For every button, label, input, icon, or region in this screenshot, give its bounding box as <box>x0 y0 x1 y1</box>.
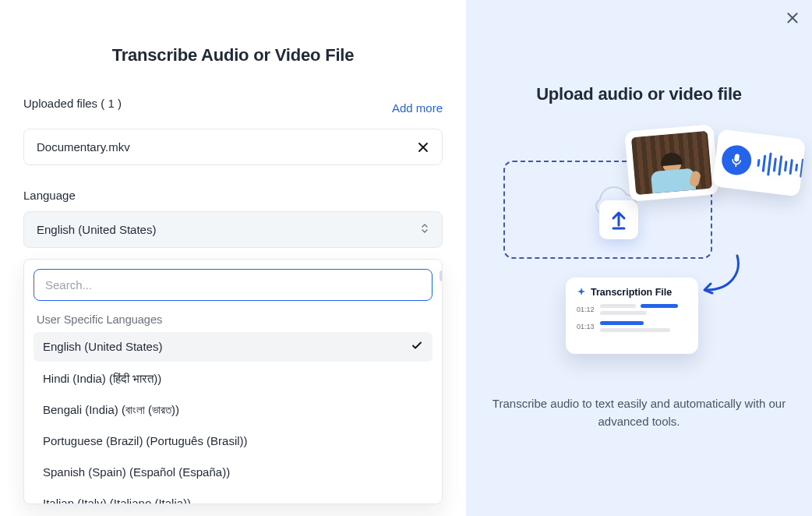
waveform-icon <box>756 151 806 181</box>
scrollbar-thumb[interactable] <box>440 270 443 281</box>
transcription-file-card: Transcription File 01:12 01:13 <box>566 277 698 354</box>
language-search-input[interactable] <box>34 269 432 301</box>
language-option[interactable]: Italian (Italy) (Italiano (Italia)) <box>34 489 432 504</box>
side-panel-title: Upload audio or video file <box>482 84 796 104</box>
language-option-label: English (United States) <box>43 340 162 354</box>
uploaded-file-row: Documentary.mkv <box>23 129 443 165</box>
language-dropdown: User Specific Languages English (United … <box>23 259 443 504</box>
transcribe-form-panel: Transcribe Audio or Video File Uploaded … <box>0 0 466 516</box>
info-side-panel: Upload audio or video file <box>466 0 812 516</box>
check-icon <box>411 339 423 355</box>
language-option[interactable]: Spanish (Spain) (Español (España)) <box>34 458 432 486</box>
language-option[interactable]: Portuguese (Brazil) (Português (Brasil)) <box>34 427 432 455</box>
language-option-label: Hindi (India) (हिंदी भारत)) <box>43 372 161 386</box>
language-group-label: User Specific Languages <box>37 313 429 326</box>
arrow-down-curve-icon <box>698 253 742 298</box>
language-label: Language <box>23 189 443 202</box>
transcription-card-title: Transcription File <box>591 287 672 298</box>
upload-icon-card <box>599 200 638 239</box>
video-thumbnail-card <box>624 124 718 202</box>
uploaded-file-name: Documentary.mkv <box>37 140 130 154</box>
language-option-label: Italian (Italy) (Italiano (Italia)) <box>43 497 191 504</box>
language-option[interactable]: English (United States) <box>34 332 432 362</box>
sparkle-icon <box>577 288 586 297</box>
add-more-link[interactable]: Add more <box>392 101 443 115</box>
language-option[interactable]: Bengali (India) (বাংলা (ভারত)) <box>34 396 432 424</box>
language-select[interactable]: English (United States) <box>23 211 443 248</box>
remove-file-button[interactable] <box>417 141 429 154</box>
hero-illustration: Transcription File 01:12 01:13 <box>482 126 796 376</box>
language-options-list: English (United States) Hindi (India) (ह… <box>34 332 432 504</box>
timestamp-label: 01:13 <box>577 323 594 330</box>
svg-rect-0 <box>734 154 740 162</box>
close-panel-button[interactable] <box>786 11 800 28</box>
upload-arrow-icon <box>609 210 628 230</box>
side-panel-description: Transcribe audio to text easily and auto… <box>491 394 787 431</box>
language-option[interactable]: Hindi (India) (हिंदी भारत)) <box>34 365 432 393</box>
language-option-label: Bengali (India) (বাংলা (ভারত)) <box>43 403 179 417</box>
microphone-icon <box>720 143 753 176</box>
language-select-value: English (United States) <box>37 223 156 236</box>
close-icon <box>417 141 429 154</box>
page-title: Transcribe Audio or Video File <box>23 45 443 65</box>
uploaded-files-header: Uploaded files ( 1 ) Add more <box>23 97 443 119</box>
language-option-label: Spanish (Spain) (Español (España)) <box>43 465 230 479</box>
timestamp-label: 01:12 <box>577 306 594 313</box>
uploaded-files-label: Uploaded files ( 1 ) <box>23 97 122 110</box>
select-chevron-icon <box>420 222 429 237</box>
close-icon <box>786 11 800 25</box>
audio-waveform-card <box>712 129 806 196</box>
language-option-label: Portuguese (Brazil) (Português (Brasil)) <box>43 434 248 448</box>
